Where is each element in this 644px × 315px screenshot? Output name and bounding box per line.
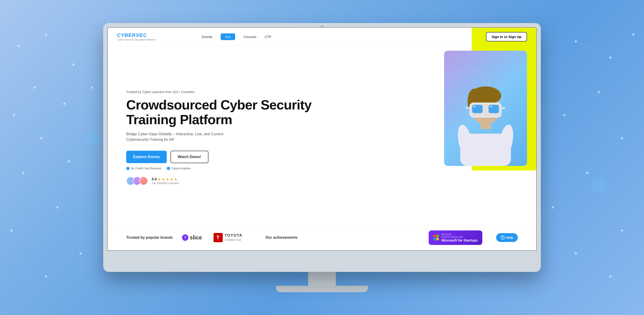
svg-rect-55 xyxy=(473,106,476,107)
svg-point-31 xyxy=(621,229,623,232)
svg-rect-58 xyxy=(501,107,505,109)
ms-logo-yellow xyxy=(436,238,439,240)
ms-logo-blue xyxy=(433,238,436,240)
monitor-screen: CYBERSEC Cyber Security Education Platfo… xyxy=(107,27,537,251)
svg-point-26 xyxy=(598,91,600,93)
svg-point-3 xyxy=(34,86,36,89)
vr-image xyxy=(444,51,527,166)
logo-name: CYBERSEC xyxy=(117,32,156,38)
toyota-icon: T xyxy=(214,233,223,242)
header-right: Sign In or Sign Up xyxy=(486,32,527,42)
svg-line-15 xyxy=(46,35,74,65)
badge-no-credit-card-text: No Credit Card Required xyxy=(131,167,161,170)
nav-item-ctf[interactable]: CTF xyxy=(265,35,271,39)
nav-item-events[interactable]: Events xyxy=(202,35,212,39)
svg-line-19 xyxy=(64,88,92,104)
svg-point-25 xyxy=(632,34,634,36)
svg-point-30 xyxy=(552,206,554,209)
svg-line-18 xyxy=(14,104,64,115)
monitor-wrapper: CYBERSEC Cyber Security Education Platfo… xyxy=(103,23,541,292)
rating-label: 10k Satisfied Learners xyxy=(152,182,179,185)
hero-badges: ✓ No Credit Card Required ✓ Cancel Anyti… xyxy=(126,167,330,170)
monitor-stand-base xyxy=(276,286,368,292)
monitor-body: CYBERSEC Cyber Security Education Platfo… xyxy=(103,23,541,272)
watch-demo-button[interactable]: Watch Demo! xyxy=(170,151,209,163)
svg-point-12 xyxy=(80,252,82,255)
svg-point-11 xyxy=(10,229,13,232)
sign-in-button[interactable]: Sign In or Sign Up xyxy=(486,32,527,42)
svg-point-42 xyxy=(591,176,607,192)
badge-no-credit-card: ✓ No Credit Card Required xyxy=(126,167,161,170)
star-3: ★ xyxy=(166,177,169,182)
svg-point-4 xyxy=(13,114,15,116)
help-icon: ? xyxy=(501,235,505,240)
svg-point-28 xyxy=(621,137,623,139)
check-icon: ✓ xyxy=(126,167,130,170)
svg-point-6 xyxy=(91,86,93,89)
bottom-bar: Trusted by popular brands ? slice T TOYO… xyxy=(108,225,536,250)
check-icon-2: ✓ xyxy=(167,167,170,170)
ms-logo-red xyxy=(433,235,436,237)
brand-slice: ? slice xyxy=(182,234,202,241)
monitor-stand-neck xyxy=(308,272,336,286)
svg-point-10 xyxy=(56,206,59,209)
nav-item-courses[interactable]: Courses xyxy=(244,35,256,39)
svg-line-36 xyxy=(564,92,599,115)
svg-point-23 xyxy=(575,40,577,43)
microsoft-text: Microsoft Proud to partner with Microsof… xyxy=(442,233,478,242)
svg-point-13 xyxy=(45,275,47,278)
trusted-brands-label: Trusted by popular brands xyxy=(126,235,173,240)
svg-rect-56 xyxy=(490,106,492,107)
svg-point-29 xyxy=(586,172,588,174)
microsoft-small-text: Microsoft xyxy=(442,233,478,236)
hero-trusted-text: Trusted by Cyber Learners from 101+ Coun… xyxy=(126,90,330,94)
svg-line-20 xyxy=(42,138,69,161)
svg-line-14 xyxy=(18,35,46,46)
svg-line-37 xyxy=(564,115,622,138)
svg-line-35 xyxy=(610,35,634,58)
avatar-group xyxy=(126,176,148,185)
achievements-label: Our achievements xyxy=(265,235,297,240)
brand-logos: ? slice T TOYOTACONNECTED xyxy=(182,233,242,242)
badge-cancel-anytime: ✓ Cancel Anytime xyxy=(167,167,190,170)
svg-rect-57 xyxy=(466,107,470,109)
svg-line-39 xyxy=(553,173,587,207)
star-5: ★ xyxy=(174,177,177,182)
microsoft-logo xyxy=(433,235,439,240)
hero-left: Trusted by Cyber Learners from 101+ Coun… xyxy=(108,46,344,225)
svg-line-22 xyxy=(23,173,58,207)
avatar-3 xyxy=(139,176,148,185)
badge-cancel-anytime-text: Cancel Anytime xyxy=(171,167,190,170)
logo-tagline: Cyber Security Education Platform xyxy=(117,38,156,41)
hero-right xyxy=(344,46,536,225)
svg-point-41 xyxy=(85,131,99,145)
svg-point-24 xyxy=(609,57,612,59)
screen-content: CYBERSEC Cyber Security Education Platfo… xyxy=(108,28,536,250)
hero-section: Trusted by Cyber Learners from 101+ Coun… xyxy=(108,46,536,225)
svg-point-8 xyxy=(68,160,70,162)
svg-point-5 xyxy=(63,103,66,105)
microsoft-proud-text: Proud to partner with xyxy=(442,236,478,238)
svg-point-32 xyxy=(575,252,577,255)
svg-line-21 xyxy=(23,161,69,173)
svg-point-27 xyxy=(563,114,566,116)
explore-events-button[interactable]: Explore Events xyxy=(126,151,167,163)
help-label: Help xyxy=(506,236,513,239)
svg-point-7 xyxy=(40,137,42,139)
microsoft-brand-text: Microsoft for Startups xyxy=(442,238,478,242)
svg-point-1 xyxy=(45,34,47,36)
star-4: ★ xyxy=(170,177,173,182)
hero-buttons: Explore Events Watch Demo! xyxy=(126,151,330,163)
hero-subtitle: Bridge Cyber Gaps Globally – Interactive… xyxy=(126,131,237,142)
social-proof: 4.4 ★ ★ ★ ★ ★ 10k Satisfied Learners xyxy=(126,176,330,185)
nav-item-pro[interactable]: Pro xyxy=(221,34,235,40)
rating-block: 4.4 ★ ★ ★ ★ ★ 10k Satisfied Learners xyxy=(152,177,179,185)
svg-line-16 xyxy=(34,65,74,88)
star-2: ★ xyxy=(162,177,165,182)
toyota-label: TOYOTACONNECTED xyxy=(224,233,242,242)
logo-area: CYBERSEC Cyber Security Education Platfo… xyxy=(117,32,156,41)
help-button[interactable]: ? Help xyxy=(496,233,518,242)
svg-line-34 xyxy=(576,42,610,58)
svg-point-33 xyxy=(609,275,612,278)
nav: Events Pro Courses CTF xyxy=(202,34,271,40)
